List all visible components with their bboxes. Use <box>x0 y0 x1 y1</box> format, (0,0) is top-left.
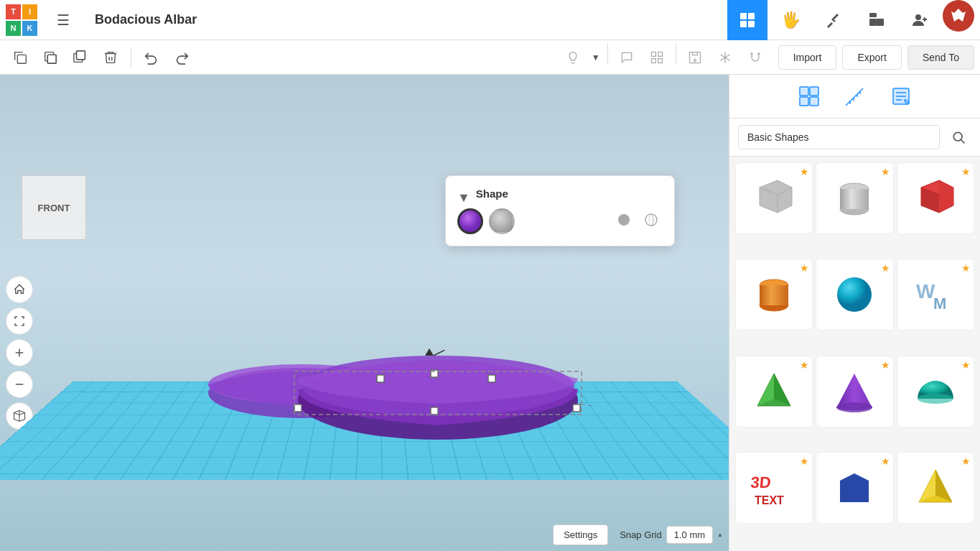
add-user-nav-button[interactable] <box>900 0 940 40</box>
color-gray-swatch[interactable] <box>489 208 515 234</box>
popup-chevron-icon[interactable]: ▼ <box>457 190 470 205</box>
tinkercad-logo: T I N K <box>6 4 37 36</box>
import-button[interactable]: Import <box>778 45 837 70</box>
snap-grid-value: 1.0 mm <box>666 526 713 544</box>
shape-popup-icons <box>612 210 663 233</box>
view-tools: ▼ <box>559 43 770 72</box>
front-label: FRONT <box>22 175 86 240</box>
svg-rect-1 <box>748 13 755 19</box>
snap-grid-control: Snap Grid 1.0 mm ▲ <box>620 526 723 544</box>
redo-button[interactable] <box>167 43 196 72</box>
nav-icons: 🖐 <box>727 0 974 40</box>
svg-rect-4 <box>869 19 877 26</box>
undo-button[interactable] <box>137 43 166 72</box>
svg-point-38 <box>645 214 657 226</box>
shape-item-pyramid-green[interactable]: ★ <box>735 356 813 427</box>
category-dropdown[interactable]: Basic Shapes Text & Numbers Connectors A… <box>738 125 940 149</box>
viewport[interactable]: FRONT <box>0 75 729 551</box>
shape-item-cylinder-orange[interactable]: ★ <box>735 259 813 330</box>
mirror-button[interactable] <box>711 43 739 72</box>
shape-item-red-text[interactable]: ★ 3D TEXT <box>735 452 813 524</box>
history-tools <box>137 43 196 72</box>
zoom-out-button[interactable] <box>6 371 33 398</box>
svg-rect-0 <box>740 13 747 19</box>
star-icon: ★ <box>800 455 809 467</box>
star-icon: ★ <box>881 359 890 371</box>
shape-light-button[interactable] <box>640 210 663 233</box>
color-purple-swatch[interactable] <box>457 208 483 234</box>
shape-item-box-red[interactable]: ★ <box>897 162 974 234</box>
svg-rect-28 <box>488 375 495 382</box>
svg-text:TEXT: TEXT <box>755 494 784 506</box>
home-view-button[interactable] <box>6 276 33 303</box>
light-bulb-button[interactable] <box>559 43 587 72</box>
shape-item-blue[interactable]: ★ <box>816 452 893 524</box>
user-avatar[interactable] <box>943 0 974 32</box>
toolbar-separator-1 <box>131 47 131 68</box>
panel-top-icons <box>729 75 980 119</box>
export-button[interactable]: Export <box>842 45 901 70</box>
svg-point-60 <box>836 402 872 412</box>
svg-rect-5 <box>877 19 884 26</box>
settings-button[interactable]: Settings <box>553 524 608 545</box>
svg-point-44 <box>953 132 962 141</box>
shape-item-half-sphere[interactable]: ★ <box>897 356 974 427</box>
fit-view-button[interactable] <box>6 307 33 335</box>
edit-tools <box>6 43 125 72</box>
shape-item-sphere[interactable]: ★ <box>816 259 893 330</box>
hamburger-menu-button[interactable]: ☰ <box>43 0 83 40</box>
svg-rect-53 <box>760 285 788 305</box>
notes-panel-button[interactable] <box>885 80 917 112</box>
shape-item-cone-purple[interactable]: ★ <box>816 356 893 427</box>
svg-marker-34 <box>425 348 434 356</box>
svg-rect-31 <box>573 404 580 412</box>
star-icon: ★ <box>800 166 809 177</box>
grid-view-button[interactable] <box>643 43 671 72</box>
star-icon: ★ <box>800 359 809 371</box>
star-icon: ★ <box>881 455 890 467</box>
shape-item-cylinder-gray[interactable]: ★ <box>816 162 893 234</box>
delete-button[interactable] <box>96 43 125 72</box>
light-dropdown-button[interactable]: ▼ <box>589 43 603 72</box>
logo-i: I <box>22 4 37 19</box>
send-to-button[interactable]: Send To <box>907 45 974 70</box>
blocks-nav-button[interactable] <box>857 0 897 40</box>
ruler-panel-button[interactable] <box>839 80 871 112</box>
svg-rect-41 <box>800 97 808 106</box>
toolbar-sep-3 <box>676 43 676 65</box>
snap-up-arrow[interactable]: ▲ <box>717 532 723 538</box>
project-name: Bodacious Albar <box>95 12 722 27</box>
shape-item-pyramid-yellow[interactable]: ★ <box>897 452 974 524</box>
copy-button[interactable] <box>6 43 34 72</box>
speech-bubble-button[interactable] <box>612 43 641 72</box>
apps-nav-button[interactable] <box>727 0 767 40</box>
svg-rect-2 <box>740 21 747 27</box>
action-buttons: Import Export Send To <box>778 45 974 70</box>
hand-nav-button[interactable]: 🖐 <box>770 0 811 40</box>
magnet-button[interactable] <box>741 43 770 72</box>
logo-n: N <box>6 21 21 36</box>
svg-rect-6 <box>869 13 877 17</box>
grid-panel-button[interactable] <box>793 80 825 112</box>
3d-scene-svg: ↔ <box>179 264 596 465</box>
duplicate-button[interactable] <box>66 43 95 72</box>
snap-grid-arrows[interactable]: ▲ <box>717 532 723 538</box>
save-button[interactable] <box>681 43 709 72</box>
svg-rect-16 <box>658 52 662 56</box>
shape-item-box-gray[interactable]: ★ <box>735 162 813 234</box>
star-icon: ★ <box>800 262 809 274</box>
svg-point-7 <box>915 14 921 20</box>
svg-rect-8 <box>17 55 26 63</box>
zoom-in-button[interactable] <box>6 339 33 366</box>
shape-solid-button[interactable] <box>612 210 635 233</box>
shape-search-button[interactable] <box>946 124 971 150</box>
pickaxe-nav-button[interactable] <box>813 0 854 40</box>
svg-text:↔: ↔ <box>587 402 594 409</box>
toolbar-sep-2 <box>607 43 608 65</box>
svg-rect-18 <box>658 58 662 62</box>
svg-point-61 <box>918 394 953 404</box>
right-panel: Basic Shapes Text & Numbers Connectors A… <box>729 75 980 551</box>
shape-item-text[interactable]: ★ W M <box>897 259 974 330</box>
shape-popup-title: Shape <box>476 187 508 200</box>
paste-button[interactable] <box>36 43 65 72</box>
